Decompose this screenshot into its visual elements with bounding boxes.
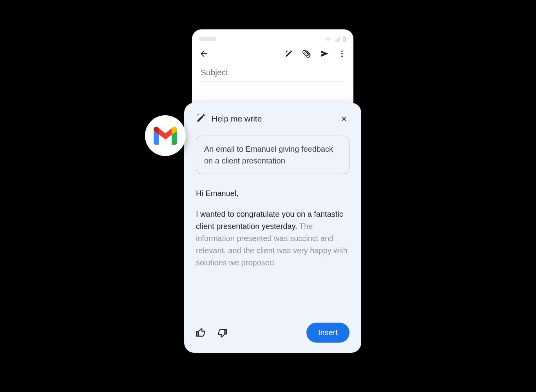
- svg-point-1: [341, 53, 343, 54]
- thumbs-down-icon: [217, 328, 227, 338]
- magic-write-icon: [196, 113, 206, 125]
- thumbs-up-icon: [196, 328, 206, 338]
- status-clock-placeholder: [199, 37, 216, 41]
- insert-button[interactable]: Insert: [306, 323, 349, 343]
- magic-write-icon[interactable]: [284, 49, 293, 58]
- battery-icon: [342, 36, 346, 42]
- draft-body-main: I wanted to congratulate you on a fantas…: [196, 210, 343, 230]
- send-button[interactable]: [320, 49, 329, 58]
- status-bar: [192, 29, 353, 44]
- thumbs-down-button[interactable]: [217, 328, 227, 338]
- generated-draft: Hi Emanuel, I wanted to congratulate you…: [196, 187, 349, 316]
- compose-screen: [192, 29, 353, 108]
- compose-toolbar: [192, 44, 353, 62]
- cell-signal-icon: [334, 36, 340, 42]
- attach-icon[interactable]: [302, 49, 311, 58]
- gmail-logo-badge: [145, 115, 186, 156]
- prompt-input[interactable]: An email to Emanuel giving feedback on a…: [196, 136, 349, 174]
- subject-input[interactable]: [201, 65, 345, 82]
- gmail-icon: [154, 127, 177, 145]
- svg-point-2: [341, 56, 343, 57]
- help-me-write-panel: Help me write An email to Emanuel giving…: [184, 103, 361, 353]
- draft-greeting: Hi Emanuel,: [196, 187, 349, 200]
- close-icon: [340, 115, 348, 123]
- wifi-icon: [324, 36, 331, 42]
- close-button[interactable]: [339, 113, 349, 124]
- svg-point-0: [341, 51, 343, 52]
- thumbs-up-button[interactable]: [196, 328, 206, 338]
- overflow-menu-icon[interactable]: [338, 49, 346, 58]
- help-me-write-title: Help me write: [212, 114, 333, 123]
- back-button[interactable]: [199, 49, 208, 58]
